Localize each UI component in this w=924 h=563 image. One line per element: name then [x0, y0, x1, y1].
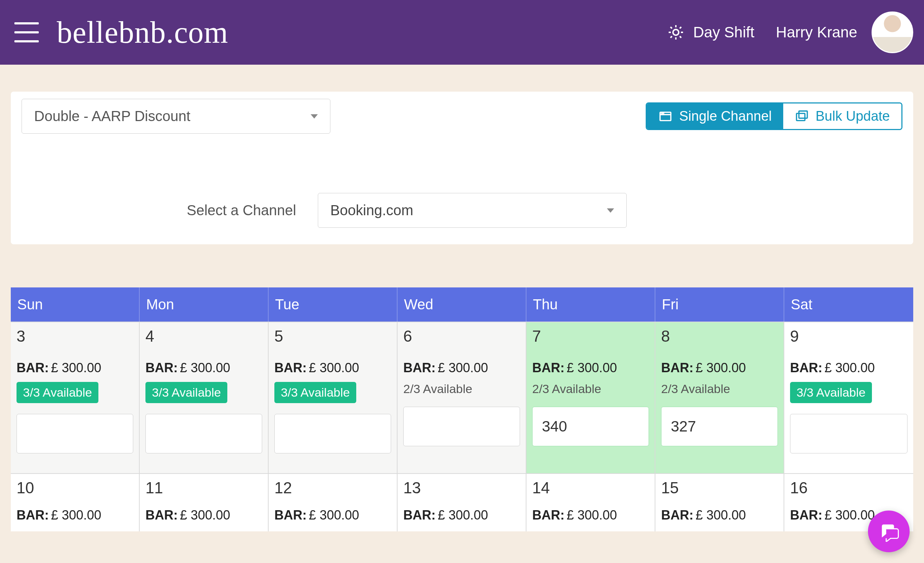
price-input[interactable]	[146, 414, 262, 453]
channel-label: Select a Channel	[187, 202, 296, 218]
price-input[interactable]	[790, 414, 908, 453]
calendar-row: 3BAR: £ 300.003/3 Available4BAR: £ 300.0…	[11, 321, 913, 473]
availability-badge: 2/3 Available	[403, 382, 520, 396]
calendar-cell[interactable]: 8BAR: £ 300.002/3 Available	[656, 322, 784, 473]
date-number: 14	[532, 479, 649, 497]
bulk-icon	[795, 109, 809, 124]
channel-icon	[658, 109, 673, 124]
bar-price: BAR: £ 300.00	[403, 360, 520, 375]
rate-plan-selected: Double - AARP Discount	[34, 108, 190, 124]
weekday-header: Wed	[398, 287, 526, 321]
svg-rect-14	[799, 111, 807, 118]
bulk-update-button[interactable]: Bulk Update	[783, 104, 902, 129]
calendar-cell[interactable]: 10BAR: £ 300.00	[11, 474, 140, 531]
weekday-header: Tue	[268, 287, 398, 321]
date-number: 12	[274, 479, 391, 497]
calendar-cell[interactable]: 3BAR: £ 300.003/3 Available	[11, 322, 140, 473]
avatar[interactable]	[872, 12, 913, 53]
bar-price: BAR: £ 300.00	[661, 360, 778, 375]
bar-price: BAR: £ 300.00	[790, 360, 908, 375]
date-number: 11	[146, 479, 262, 497]
calendar-cell[interactable]: 13BAR: £ 300.00	[398, 474, 526, 531]
price-input[interactable]	[16, 414, 133, 453]
chevron-down-icon	[607, 209, 614, 213]
svg-rect-13	[796, 113, 805, 120]
bar-price: BAR: £ 300.00	[146, 507, 262, 523]
bar-price: BAR: £ 300.00	[403, 507, 520, 523]
svg-line-7	[670, 36, 672, 38]
calendar-cell[interactable]: 11BAR: £ 300.00	[140, 474, 268, 531]
bar-price: BAR: £ 300.00	[532, 360, 649, 375]
calendar-cell[interactable]: 15BAR: £ 300.00	[656, 474, 784, 531]
svg-line-8	[680, 27, 681, 29]
calendar-cell[interactable]: 9BAR: £ 300.003/3 Available	[784, 322, 913, 473]
chevron-down-icon	[310, 114, 318, 119]
price-input[interactable]	[274, 414, 391, 453]
channel-select[interactable]: Booking.com	[318, 193, 627, 228]
channel-selected: Booking.com	[330, 202, 413, 218]
calendar-cell[interactable]: 5BAR: £ 300.003/3 Available	[268, 322, 398, 473]
date-number: 3	[16, 327, 133, 345]
app-logo: bellebnb.com	[57, 17, 228, 48]
date-number: 15	[661, 479, 778, 497]
bar-price: BAR: £ 300.00	[274, 360, 391, 375]
weekday-header: Fri	[656, 287, 784, 321]
calendar-header-row: SunMonTueWedThuFriSat	[11, 287, 913, 321]
calendar-cell[interactable]: 6BAR: £ 300.002/3 Available	[398, 322, 526, 473]
weekday-header: Sun	[11, 287, 140, 321]
date-number: 5	[274, 327, 391, 345]
weekday-header: Sat	[784, 287, 913, 321]
controls-panel: Double - AARP Discount Single Channel Bu…	[11, 92, 913, 244]
weekday-header: Mon	[140, 287, 268, 321]
date-number: 4	[146, 327, 262, 345]
calendar-cell[interactable]: 14BAR: £ 300.00	[526, 474, 656, 531]
svg-line-6	[680, 36, 681, 38]
calendar-cell[interactable]: 12BAR: £ 300.00	[268, 474, 398, 531]
view-toggle: Single Channel Bulk Update	[646, 102, 903, 130]
weekday-header: Thu	[526, 287, 656, 321]
svg-point-0	[673, 30, 679, 35]
calendar-row: 10BAR: £ 300.0011BAR: £ 300.0012BAR: £ 3…	[11, 473, 913, 531]
availability-badge: 2/3 Available	[661, 382, 778, 396]
date-number: 6	[403, 327, 520, 345]
svg-point-12	[663, 113, 664, 114]
calendar-cell[interactable]: 7BAR: £ 300.002/3 Available	[526, 322, 656, 473]
price-input[interactable]	[661, 407, 778, 446]
bar-price: BAR: £ 300.00	[16, 360, 133, 375]
shift-toggle[interactable]: Day Shift	[667, 24, 754, 41]
calendar: SunMonTueWedThuFriSat 3BAR: £ 300.003/3 …	[11, 287, 913, 531]
bar-price: BAR: £ 300.00	[532, 507, 649, 523]
app-header: bellebnb.com Day Shift Harry Krane	[0, 0, 924, 65]
rate-plan-select[interactable]: Double - AARP Discount	[21, 99, 330, 134]
menu-icon[interactable]	[14, 22, 39, 42]
shift-label: Day Shift	[693, 24, 754, 41]
sun-icon	[667, 24, 684, 41]
chat-icon	[878, 521, 899, 542]
calendar-cell[interactable]: 4BAR: £ 300.003/3 Available	[140, 322, 268, 473]
availability-badge: 2/3 Available	[532, 382, 649, 396]
bar-price: BAR: £ 300.00	[661, 507, 778, 523]
date-number: 10	[16, 479, 133, 497]
availability-badge: 3/3 Available	[790, 382, 872, 403]
bar-price: BAR: £ 300.00	[146, 360, 262, 375]
availability-badge: 3/3 Available	[16, 382, 98, 403]
bar-price: BAR: £ 300.00	[274, 507, 391, 523]
availability-badge: 3/3 Available	[146, 382, 227, 403]
user-name[interactable]: Harry Krane	[776, 24, 857, 41]
date-number: 8	[661, 327, 778, 345]
availability-badge: 3/3 Available	[274, 382, 356, 403]
date-number: 9	[790, 327, 908, 345]
svg-point-11	[662, 113, 662, 114]
bulk-update-label: Bulk Update	[816, 108, 890, 124]
bar-price: BAR: £ 300.00	[16, 507, 133, 523]
svg-line-5	[670, 27, 672, 29]
chat-fab[interactable]	[868, 510, 910, 552]
price-input[interactable]	[532, 407, 649, 446]
single-channel-button[interactable]: Single Channel	[647, 104, 783, 129]
date-number: 13	[403, 479, 520, 497]
single-channel-label: Single Channel	[679, 108, 772, 124]
date-number: 16	[790, 479, 908, 497]
price-input[interactable]	[403, 407, 520, 446]
date-number: 7	[532, 327, 649, 345]
